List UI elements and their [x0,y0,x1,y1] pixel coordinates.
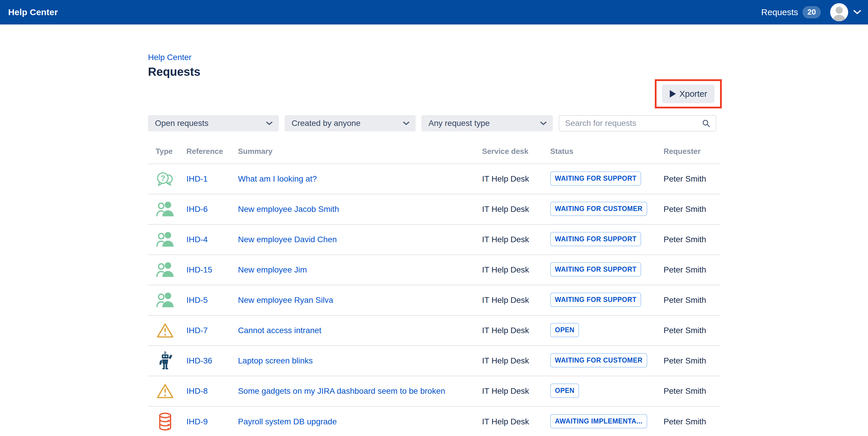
reference-link[interactable]: IHD-7 [186,326,238,335]
service-desk-cell: IT Help Desk [482,174,550,184]
main-content: Help Center Requests Xporter Open reques… [148,25,720,436]
requester-cell: Peter Smith [663,417,720,426]
request-type-filter-dropdown[interactable]: Any request type [422,115,553,132]
requester-cell: Peter Smith [663,295,720,305]
profile-chevron-down-icon[interactable] [854,10,861,14]
search-icon[interactable] [702,119,710,128]
annotation-highlight-box: Xporter [655,79,722,109]
chevron-down-icon [403,121,409,125]
summary-link[interactable]: New employee Jacob Smith [238,205,482,214]
request-table-body: ? IHD-1 What am I looking at? IT Help De… [148,164,720,436]
table-row: IHD-6 New employee Jacob Smith IT Help D… [148,194,720,225]
summary-link[interactable]: New employee Ryan Silva [238,295,482,305]
reference-link[interactable]: IHD-9 [186,417,238,426]
filters-bar: Open requests Created by anyone Any requ… [148,115,720,132]
table-row: IHD-7 Cannot access intranet IT Help Des… [148,316,720,346]
reference-link[interactable]: IHD-36 [186,356,238,366]
app-title: Help Center [8,7,58,17]
status-badge: WAITING FOR SUPPORT [550,293,641,307]
xporter-button[interactable]: Xporter [662,85,714,103]
topbar: Help Center Requests 20 [0,0,868,25]
requester-cell: Peter Smith [663,386,720,396]
search-wrap [559,115,716,132]
page-title: Requests [148,65,720,79]
requester-cell: Peter Smith [663,174,720,184]
svg-text:?: ? [160,174,165,183]
status-badge: WAITING FOR SUPPORT [550,262,641,277]
summary-link[interactable]: Some gadgets on my JIRA dashboard seem t… [238,386,482,396]
new-employee-icon [156,260,175,280]
summary-link[interactable]: New employee David Chen [238,235,482,244]
column-header-type: Type [156,147,186,156]
column-header-requester: Requester [663,147,720,156]
status-badge: AWAITING IMPLEMENTA... [550,414,647,429]
summary-link[interactable]: New employee Jim [238,265,482,274]
status-badge: OPEN [550,323,579,337]
service-desk-cell: IT Help Desk [482,356,550,366]
new-employee-icon [156,291,175,310]
table-row: IHD-4 New employee David Chen IT Help De… [148,225,720,255]
chevron-down-icon [266,121,272,125]
reference-link[interactable]: IHD-6 [186,205,238,214]
topbar-right: Requests 20 [761,3,861,21]
status-badge: WAITING FOR CUSTOMER [550,202,647,216]
table-row: IHD-5 New employee Ryan Silva IT Help De… [148,285,720,316]
summary-link[interactable]: What am I looking at? [238,174,482,184]
table-row: IHD-8 Some gadgets on my JIRA dashboard … [148,376,720,407]
service-desk-cell: IT Help Desk [482,205,550,214]
reference-link[interactable]: IHD-4 [186,235,238,244]
service-desk-cell: IT Help Desk [482,235,550,244]
service-desk-cell: IT Help Desk [482,417,550,426]
summary-link[interactable]: Laptop screen blinks [238,356,482,366]
topbar-requests-link[interactable]: Requests 20 [761,6,821,18]
column-header-status: Status [550,147,663,156]
summary-link[interactable]: Payroll system DB upgrade [238,417,482,426]
creator-filter-dropdown[interactable]: Created by anyone [285,115,416,132]
service-desk-cell: IT Help Desk [482,265,550,274]
table-row: IHD-9 Payroll system DB upgrade IT Help … [148,407,720,436]
warning-icon [156,381,175,401]
status-filter-value: Open requests [155,119,209,128]
requests-link-label: Requests [761,7,798,17]
request-type-filter-value: Any request type [429,119,490,128]
creator-filter-value: Created by anyone [291,119,361,128]
database-icon [156,412,175,431]
table-row: IHD-15 New employee Jim IT Help Desk WAI… [148,255,720,285]
service-desk-cell: IT Help Desk [482,295,550,305]
requester-cell: Peter Smith [663,356,720,366]
search-input[interactable] [559,115,716,132]
robot-icon [156,351,175,371]
reference-link[interactable]: IHD-1 [186,174,238,184]
question-bubbles-icon: ? [156,169,175,188]
chevron-down-icon [540,121,547,125]
status-badge: WAITING FOR CUSTOMER [550,353,647,368]
column-header-reference: Reference [186,147,238,156]
table-row: ? IHD-1 What am I looking at? IT Help De… [148,164,720,194]
status-badge: OPEN [550,383,579,398]
status-filter-dropdown[interactable]: Open requests [148,115,279,132]
requests-count-badge: 20 [803,6,821,18]
play-icon [669,90,676,98]
table-row: IHD-36 Laptop screen blinks IT Help Desk… [148,346,720,376]
table-header-row: Type Reference Summary Service desk Stat… [148,132,720,164]
new-employee-icon [156,200,175,219]
requester-cell: Peter Smith [663,205,720,214]
warning-icon [156,321,175,340]
status-badge: WAITING FOR SUPPORT [550,232,641,246]
service-desk-cell: IT Help Desk [482,326,550,335]
reference-link[interactable]: IHD-5 [186,295,238,305]
service-desk-cell: IT Help Desk [482,386,550,396]
reference-link[interactable]: IHD-15 [186,265,238,274]
breadcrumb-help-center[interactable]: Help Center [148,53,191,62]
requester-cell: Peter Smith [663,235,720,244]
reference-link[interactable]: IHD-8 [186,386,238,396]
summary-link[interactable]: Cannot access intranet [238,326,482,335]
requests-table: Type Reference Summary Service desk Stat… [148,132,720,436]
column-header-service-desk: Service desk [482,147,550,156]
xporter-zone: Xporter [148,79,720,109]
column-header-summary: Summary [238,147,482,156]
status-badge: WAITING FOR SUPPORT [550,171,641,186]
user-avatar-icon[interactable] [830,3,848,21]
xporter-button-label: Xporter [679,89,707,99]
requester-cell: Peter Smith [663,326,720,335]
